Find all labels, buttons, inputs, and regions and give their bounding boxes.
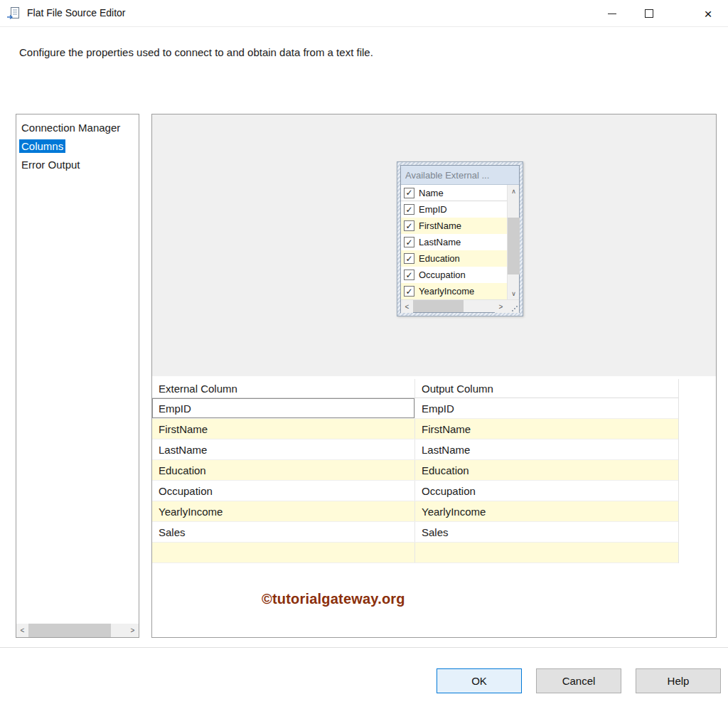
table-row: Sales Sales — [152, 522, 678, 543]
column-checkbox[interactable]: ✓ — [404, 253, 414, 264]
sidebar-item-label: Connection Manager — [19, 121, 122, 134]
sidebar-item-error-output[interactable]: Error Output — [16, 156, 139, 174]
watermark-text: ©tutorialgateway.org — [262, 591, 405, 607]
output-column-cell[interactable]: Education — [415, 460, 678, 480]
list-vertical-scrollbar[interactable]: ∧ ∨ — [507, 185, 519, 299]
column-label: YearlyIncome — [419, 286, 474, 297]
scrollbar-thumb[interactable] — [413, 300, 464, 312]
title-bar: Flat File Source Editor × — [0, 0, 728, 27]
column-label: FirstName — [419, 220, 461, 231]
column-label: Education — [419, 253, 460, 264]
available-external-columns-title: Available External ... — [401, 166, 519, 185]
external-column-cell[interactable]: LastName — [152, 439, 415, 459]
column-checkbox[interactable]: ✓ — [404, 204, 414, 215]
check-icon: ✓ — [405, 188, 412, 197]
table-row — [152, 543, 678, 563]
close-icon: × — [704, 7, 712, 21]
available-column-row[interactable]: ✓ Occupation — [401, 267, 519, 283]
external-column-cell[interactable]: EmpID — [152, 398, 415, 418]
scroll-up-button[interactable]: ∧ — [508, 185, 520, 197]
column-label: Occupation — [419, 270, 466, 280]
column-checkbox[interactable]: ✓ — [404, 220, 414, 231]
external-column-cell[interactable]: Education — [152, 460, 415, 480]
table-row: Occupation Occupation — [152, 481, 678, 501]
name-header-label: Name — [419, 188, 444, 198]
list-horizontal-scrollbar[interactable]: < > — [401, 300, 507, 312]
available-column-row[interactable]: ✓ YearlyIncome — [401, 283, 519, 299]
sidebar-horizontal-scrollbar[interactable]: < > — [16, 624, 139, 637]
available-column-row[interactable]: ✓ FirstName — [401, 218, 519, 234]
scroll-up-icon: ∧ — [511, 188, 516, 195]
scrollbar-thumb[interactable] — [28, 624, 111, 637]
cancel-button[interactable]: Cancel — [536, 668, 621, 693]
column-checkbox[interactable]: ✓ — [404, 270, 414, 280]
vertical-scrollbar-thumb[interactable] — [508, 218, 520, 274]
maximize-button[interactable] — [637, 0, 661, 27]
mapping-table-header: External Column Output Column — [152, 379, 678, 398]
sidebar-list: Connection Manager Columns Error Output — [16, 114, 139, 174]
ok-button[interactable]: OK — [437, 668, 522, 693]
external-column-cell[interactable]: FirstName — [152, 419, 415, 439]
output-column-cell[interactable]: Occupation — [415, 481, 678, 501]
column-checkbox[interactable]: ✓ — [404, 286, 414, 297]
sidebar-item-connection-manager[interactable]: Connection Manager — [16, 119, 139, 137]
output-column-cell[interactable]: EmpID — [415, 398, 678, 418]
table-row: FirstName FirstName — [152, 419, 678, 439]
output-column-cell[interactable]: YearlyIncome — [415, 501, 678, 521]
column-label: EmpID — [419, 204, 447, 215]
column-label: LastName — [419, 237, 461, 247]
external-column-cell[interactable] — [152, 543, 415, 562]
scroll-right-button[interactable]: > — [495, 300, 507, 313]
available-column-row[interactable]: ✓ LastName — [401, 234, 519, 250]
check-icon: ✓ — [405, 287, 412, 296]
external-column-cell[interactable]: YearlyIncome — [152, 501, 415, 521]
sidebar-item-label: Columns — [19, 139, 65, 153]
table-row: LastName LastName — [152, 439, 678, 460]
external-column-cell[interactable]: Sales — [152, 522, 415, 542]
scroll-down-icon: ∨ — [511, 290, 516, 297]
available-column-row[interactable]: ✓ EmpID — [401, 201, 519, 218]
available-external-columns-inner: Available External ... ✓ Name ✓ EmpID — [400, 165, 520, 313]
output-column-cell[interactable]: LastName — [415, 439, 678, 459]
available-external-columns-box[interactable]: Available External ... ✓ Name ✓ EmpID — [397, 161, 523, 316]
minimize-icon — [608, 14, 616, 14]
scroll-down-button[interactable]: ∨ — [508, 287, 520, 299]
check-icon: ✓ — [405, 255, 412, 263]
footer-divider — [0, 647, 728, 648]
scroll-right-button[interactable]: > — [127, 624, 139, 637]
check-icon: ✓ — [405, 238, 412, 247]
sidebar-item-columns[interactable]: Columns — [16, 137, 139, 156]
available-columns-name-header[interactable]: ✓ Name — [401, 185, 519, 201]
dialog-description: Configure the properties used to connect… — [19, 46, 373, 58]
available-columns-list: ✓ Name ✓ EmpID ✓ FirstName — [401, 185, 519, 299]
table-row: Education Education — [152, 460, 678, 481]
select-all-checkbox[interactable]: ✓ — [404, 188, 414, 198]
scrollbar-track[interactable] — [413, 300, 495, 312]
table-row: EmpID EmpID — [152, 398, 678, 419]
scrollbar-track[interactable] — [28, 624, 127, 637]
scroll-left-button[interactable]: < — [16, 624, 28, 637]
table-row: YearlyIncome YearlyIncome — [152, 501, 678, 522]
scroll-right-icon: > — [131, 626, 135, 634]
window-title: Flat File Source Editor — [27, 7, 126, 18]
minimize-button[interactable] — [600, 0, 624, 27]
sidebar-item-label: Error Output — [19, 158, 82, 171]
sidebar-panel: Connection Manager Columns Error Output … — [16, 114, 139, 638]
scroll-right-icon: > — [499, 303, 503, 311]
list-bottom-bar: < > — [401, 299, 519, 312]
scroll-left-button[interactable]: < — [401, 300, 413, 313]
external-column-cell[interactable]: Occupation — [152, 481, 415, 501]
available-column-row[interactable]: ✓ Education — [401, 250, 519, 267]
close-button[interactable]: × — [696, 0, 720, 27]
maximize-icon — [645, 9, 653, 18]
check-icon: ✓ — [405, 222, 412, 230]
columns-page-panel: Available External ... ✓ Name ✓ EmpID — [151, 114, 717, 638]
output-column-cell[interactable] — [415, 543, 678, 562]
column-checkbox[interactable]: ✓ — [404, 237, 414, 247]
flat-file-icon — [6, 6, 22, 21]
output-column-cell[interactable]: Sales — [415, 522, 678, 542]
help-button[interactable]: Help — [636, 668, 721, 693]
output-column-cell[interactable]: FirstName — [415, 419, 678, 439]
resize-grip-icon[interactable] — [507, 300, 519, 313]
scroll-left-icon: < — [405, 303, 410, 311]
